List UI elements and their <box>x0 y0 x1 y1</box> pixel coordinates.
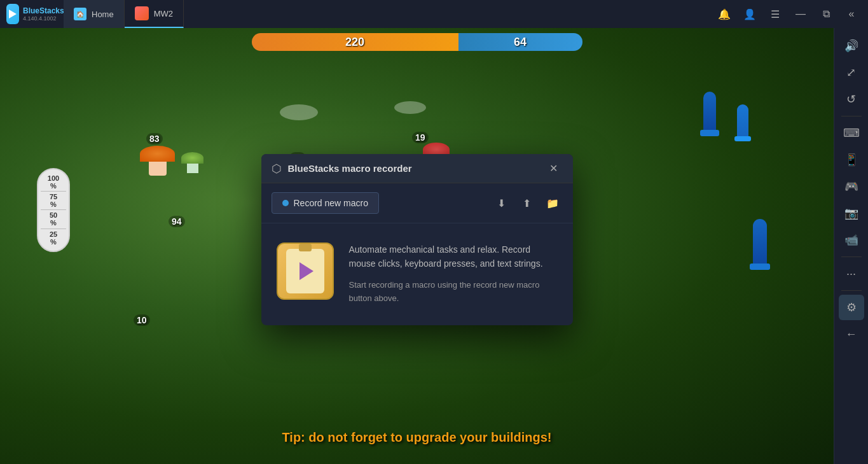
mw2-tab-label: MW2 <box>154 9 173 18</box>
cloud-2 <box>394 101 426 114</box>
blue-tower-1 <box>700 92 719 136</box>
home-tab-icon: 🏠 <box>74 8 86 20</box>
tab-home[interactable]: 🏠 Home <box>64 0 125 28</box>
phone-button[interactable]: 📱 <box>839 147 864 172</box>
brand-text: BlueStacks 4.140.4.1002 <box>23 6 64 22</box>
expand-button[interactable]: « <box>840 3 863 25</box>
title-bar: BlueStacks 4.140.4.1002 🏠 Home MW2 🔔 👤 ☰… <box>0 0 868 28</box>
macro-play-icon <box>300 262 313 280</box>
back-side-button[interactable]: ← <box>839 321 864 347</box>
macro-description-area: Automate mechanical tasks and relax. Rec… <box>349 243 558 305</box>
folder-macro-button[interactable]: 📁 <box>542 193 563 213</box>
brand-name: BlueStacks <box>23 6 64 15</box>
more-button[interactable]: ··· <box>839 261 864 286</box>
game-number-10: 10 <box>134 314 150 326</box>
score-blue: 64 <box>458 33 582 51</box>
game-tip-text: Tip: do not forget to upgrade your build… <box>282 430 551 445</box>
menu-button[interactable]: ☰ <box>764 3 787 25</box>
gauge-divider-3 <box>41 228 66 229</box>
maximize-button[interactable]: ⧉ <box>815 3 837 25</box>
dialog-header-icon: ⬡ <box>272 162 282 176</box>
camera-button[interactable]: 📷 <box>839 200 864 226</box>
mw2-tab-icon <box>135 6 149 20</box>
score-orange: 220 <box>252 33 458 51</box>
record-new-macro-button[interactable]: Record new macro <box>272 192 380 214</box>
volume-button[interactable]: 🔊 <box>839 33 864 59</box>
game-score-bar: 220 64 <box>252 33 582 51</box>
percentage-gauge: 100% 75% 50% 25% <box>37 168 70 252</box>
building-1 <box>140 146 175 176</box>
gauge-25: 25% <box>50 230 57 246</box>
game-viewport: 220 64 100% 75% 50% 25% 83 19 24 94 10 <box>0 28 834 464</box>
dialog-content: Automate mechanical tasks and relax. Rec… <box>261 223 573 325</box>
macro-description-2: Start recording a macro using the record… <box>349 279 558 306</box>
dialog-close-button[interactable]: ✕ <box>545 160 563 178</box>
export-macro-button[interactable]: ⬆ <box>517 193 537 213</box>
sidebar-divider-2 <box>841 257 862 257</box>
minimize-button[interactable]: — <box>789 3 812 25</box>
macro-illustration <box>277 243 334 300</box>
brand-icon <box>6 4 19 24</box>
brand-version: 4.140.4.1002 <box>23 15 64 22</box>
fullscreen-side-button[interactable]: ⤢ <box>839 60 864 85</box>
dialog-toolbar: Record new macro ⬇ ⬆ 📁 <box>261 183 573 223</box>
import-macro-button[interactable]: ⬇ <box>492 193 512 213</box>
app-container: BlueStacks 4.140.4.1002 🏠 Home MW2 🔔 👤 ☰… <box>0 0 868 464</box>
gamepad-button[interactable]: 🎮 <box>839 174 864 199</box>
macro-clipboard-icon <box>286 249 324 293</box>
dialog-header: ⬡ BlueStacks macro recorder ✕ <box>261 154 573 183</box>
sidebar-divider-3 <box>841 290 862 291</box>
gauge-50: 50% <box>50 211 57 227</box>
svg-marker-0 <box>9 10 17 18</box>
gauge-100: 100% <box>48 174 59 190</box>
game-number-19: 19 <box>412 132 429 143</box>
keyboard-button[interactable]: ⌨ <box>839 120 864 146</box>
brand-logo: BlueStacks 4.140.4.1002 <box>0 4 64 24</box>
game-number-94: 94 <box>169 216 185 227</box>
notification-button[interactable]: 🔔 <box>713 3 736 25</box>
dialog-title: BlueStacks macro recorder <box>288 163 539 174</box>
gauge-divider-1 <box>41 191 66 192</box>
record-dot-icon <box>282 200 289 206</box>
blue-tower-3 <box>750 219 770 270</box>
building-2 <box>181 152 203 173</box>
sidebar-right: 🔊 ⤢ ↺ ⌨ 📱 🎮 📷 📹 ··· ⚙ ← <box>834 28 868 464</box>
settings-side-button[interactable]: ⚙ <box>839 295 864 320</box>
home-tab-label: Home <box>92 10 114 19</box>
title-bar-right: 🔔 👤 ☰ — ⧉ « <box>713 3 868 25</box>
blue-tower-2 <box>734 104 751 141</box>
game-number-83: 83 <box>146 133 163 144</box>
tab-mw2[interactable]: MW2 <box>125 0 184 28</box>
record-button-label: Record new macro <box>294 198 369 208</box>
macro-recorder-dialog: ⬡ BlueStacks macro recorder ✕ Record new… <box>261 154 573 325</box>
gauge-75: 75% <box>50 193 57 208</box>
account-button[interactable]: 👤 <box>738 3 761 25</box>
cloud-1 <box>280 104 318 120</box>
macro-description-1: Automate mechanical tasks and relax. Rec… <box>349 243 558 271</box>
video-button[interactable]: 📹 <box>839 227 864 253</box>
gauge-divider-2 <box>41 209 66 210</box>
content-area: 220 64 100% 75% 50% 25% 83 19 24 94 10 <box>0 28 868 464</box>
title-bar-left: BlueStacks 4.140.4.1002 🏠 Home MW2 <box>0 0 184 28</box>
sidebar-divider-1 <box>841 116 862 116</box>
rotate-button[interactable]: ↺ <box>839 87 864 112</box>
